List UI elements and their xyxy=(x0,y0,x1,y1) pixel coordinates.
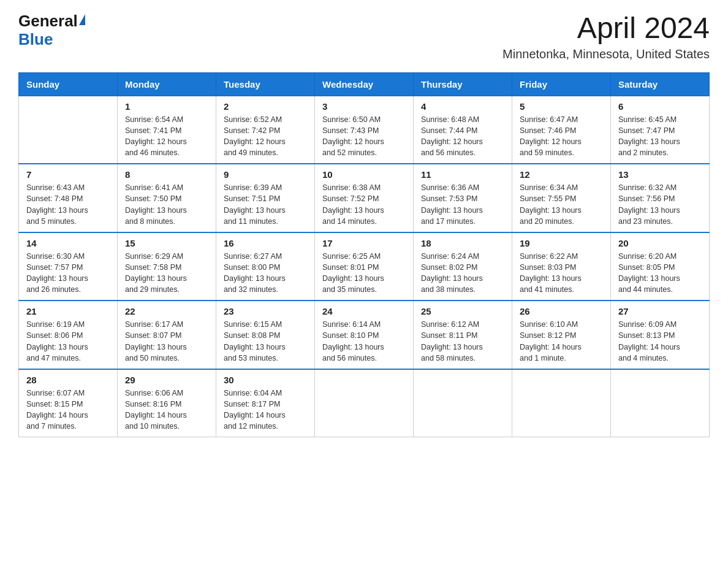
day-number: 16 xyxy=(224,238,307,248)
logo-sub: Blue xyxy=(18,30,53,49)
calendar-cell: 24Sunrise: 6:14 AM Sunset: 8:10 PM Dayli… xyxy=(315,301,414,369)
day-number: 27 xyxy=(618,306,702,316)
calendar-week-row: 14Sunrise: 6:30 AM Sunset: 7:57 PM Dayli… xyxy=(19,232,710,301)
day-number: 25 xyxy=(421,306,504,316)
calendar-cell: 13Sunrise: 6:32 AM Sunset: 7:56 PM Dayli… xyxy=(611,164,710,232)
calendar-cell: 22Sunrise: 6:17 AM Sunset: 8:07 PM Dayli… xyxy=(118,301,216,369)
calendar-cell: 20Sunrise: 6:20 AM Sunset: 8:05 PM Dayli… xyxy=(611,232,710,301)
day-number: 23 xyxy=(224,306,307,316)
day-info: Sunrise: 6:04 AM Sunset: 8:17 PM Dayligh… xyxy=(224,388,307,432)
calendar-cell xyxy=(19,96,118,164)
day-number: 8 xyxy=(125,169,208,180)
day-info: Sunrise: 6:29 AM Sunset: 7:58 PM Dayligh… xyxy=(125,251,208,296)
calendar-cell: 18Sunrise: 6:24 AM Sunset: 8:02 PM Dayli… xyxy=(414,232,512,301)
day-info: Sunrise: 6:41 AM Sunset: 7:50 PM Dayligh… xyxy=(125,182,208,227)
calendar-week-row: 21Sunrise: 6:19 AM Sunset: 8:06 PM Dayli… xyxy=(19,301,710,369)
day-number: 6 xyxy=(618,101,702,112)
calendar-cell xyxy=(315,369,414,437)
day-number: 14 xyxy=(26,238,110,248)
calendar-day-header: Wednesday xyxy=(315,72,414,96)
calendar-cell: 7Sunrise: 6:43 AM Sunset: 7:48 PM Daylig… xyxy=(19,164,118,232)
calendar-cell: 25Sunrise: 6:12 AM Sunset: 8:11 PM Dayli… xyxy=(414,301,512,369)
calendar-day-header: Friday xyxy=(512,72,611,96)
calendar-header-row: SundayMondayTuesdayWednesdayThursdayFrid… xyxy=(19,72,710,96)
day-info: Sunrise: 6:14 AM Sunset: 8:10 PM Dayligh… xyxy=(322,319,406,364)
day-info: Sunrise: 6:22 AM Sunset: 8:03 PM Dayligh… xyxy=(520,251,603,296)
calendar-table: SundayMondayTuesdayWednesdayThursdayFrid… xyxy=(18,72,710,438)
day-number: 17 xyxy=(322,238,406,248)
day-info: Sunrise: 6:19 AM Sunset: 8:06 PM Dayligh… xyxy=(26,319,110,364)
calendar-cell: 1Sunrise: 6:54 AM Sunset: 7:41 PM Daylig… xyxy=(118,96,216,164)
calendar-cell: 29Sunrise: 6:06 AM Sunset: 8:16 PM Dayli… xyxy=(118,369,216,437)
day-info: Sunrise: 6:12 AM Sunset: 8:11 PM Dayligh… xyxy=(421,319,504,364)
calendar-cell: 26Sunrise: 6:10 AM Sunset: 8:12 PM Dayli… xyxy=(512,301,611,369)
calendar-cell: 27Sunrise: 6:09 AM Sunset: 8:13 PM Dayli… xyxy=(611,301,710,369)
day-number: 12 xyxy=(520,169,603,180)
day-info: Sunrise: 6:20 AM Sunset: 8:05 PM Dayligh… xyxy=(618,251,702,296)
day-info: Sunrise: 6:30 AM Sunset: 7:57 PM Dayligh… xyxy=(26,251,110,296)
day-info: Sunrise: 6:34 AM Sunset: 7:55 PM Dayligh… xyxy=(520,182,603,227)
day-info: Sunrise: 6:06 AM Sunset: 8:16 PM Dayligh… xyxy=(125,388,208,432)
calendar-cell: 28Sunrise: 6:07 AM Sunset: 8:15 PM Dayli… xyxy=(19,369,118,437)
title-block: April 2024 Minnetonka, Minnesota, United… xyxy=(502,12,710,61)
calendar-cell: 19Sunrise: 6:22 AM Sunset: 8:03 PM Dayli… xyxy=(512,232,611,301)
calendar-title: April 2024 xyxy=(502,12,710,45)
calendar-day-header: Sunday xyxy=(19,72,118,96)
day-number: 30 xyxy=(224,375,307,385)
calendar-cell: 6Sunrise: 6:45 AM Sunset: 7:47 PM Daylig… xyxy=(611,96,710,164)
calendar-cell xyxy=(414,369,512,437)
calendar-cell: 16Sunrise: 6:27 AM Sunset: 8:00 PM Dayli… xyxy=(216,232,315,301)
calendar-cell: 9Sunrise: 6:39 AM Sunset: 7:51 PM Daylig… xyxy=(216,164,315,232)
day-info: Sunrise: 6:15 AM Sunset: 8:08 PM Dayligh… xyxy=(224,319,307,364)
calendar-day-header: Monday xyxy=(118,72,216,96)
day-info: Sunrise: 6:25 AM Sunset: 8:01 PM Dayligh… xyxy=(322,251,406,296)
calendar-cell: 21Sunrise: 6:19 AM Sunset: 8:06 PM Dayli… xyxy=(19,301,118,369)
day-number: 13 xyxy=(618,169,702,180)
day-number: 21 xyxy=(26,306,110,316)
day-info: Sunrise: 6:32 AM Sunset: 7:56 PM Dayligh… xyxy=(618,182,702,227)
day-info: Sunrise: 6:39 AM Sunset: 7:51 PM Dayligh… xyxy=(224,182,307,227)
page-header: General Blue April 2024 Minnetonka, Minn… xyxy=(18,12,710,61)
calendar-cell: 14Sunrise: 6:30 AM Sunset: 7:57 PM Dayli… xyxy=(19,232,118,301)
day-info: Sunrise: 6:54 AM Sunset: 7:41 PM Dayligh… xyxy=(125,114,208,159)
day-number: 11 xyxy=(421,169,504,180)
calendar-cell: 17Sunrise: 6:25 AM Sunset: 8:01 PM Dayli… xyxy=(315,232,414,301)
day-number: 4 xyxy=(421,101,504,112)
logo: General Blue xyxy=(18,12,85,49)
logo-text: General xyxy=(18,12,85,30)
day-info: Sunrise: 6:27 AM Sunset: 8:00 PM Dayligh… xyxy=(224,251,307,296)
calendar-cell xyxy=(611,369,710,437)
calendar-week-row: 28Sunrise: 6:07 AM Sunset: 8:15 PM Dayli… xyxy=(19,369,710,437)
day-number: 19 xyxy=(520,238,603,248)
day-info: Sunrise: 6:50 AM Sunset: 7:43 PM Dayligh… xyxy=(322,114,406,159)
day-number: 5 xyxy=(520,101,603,112)
day-number: 20 xyxy=(618,238,702,248)
calendar-week-row: 7Sunrise: 6:43 AM Sunset: 7:48 PM Daylig… xyxy=(19,164,710,232)
day-number: 18 xyxy=(421,238,504,248)
day-info: Sunrise: 6:36 AM Sunset: 7:53 PM Dayligh… xyxy=(421,182,504,227)
calendar-cell: 11Sunrise: 6:36 AM Sunset: 7:53 PM Dayli… xyxy=(414,164,512,232)
day-info: Sunrise: 6:47 AM Sunset: 7:46 PM Dayligh… xyxy=(520,114,603,159)
day-number: 1 xyxy=(125,101,208,112)
day-number: 28 xyxy=(26,375,110,385)
logo-triangle-icon xyxy=(79,14,85,25)
calendar-cell: 10Sunrise: 6:38 AM Sunset: 7:52 PM Dayli… xyxy=(315,164,414,232)
calendar-cell: 2Sunrise: 6:52 AM Sunset: 7:42 PM Daylig… xyxy=(216,96,315,164)
calendar-week-row: 1Sunrise: 6:54 AM Sunset: 7:41 PM Daylig… xyxy=(19,96,710,164)
day-number: 15 xyxy=(125,238,208,248)
day-number: 29 xyxy=(125,375,208,385)
calendar-cell: 30Sunrise: 6:04 AM Sunset: 8:17 PM Dayli… xyxy=(216,369,315,437)
calendar-cell: 23Sunrise: 6:15 AM Sunset: 8:08 PM Dayli… xyxy=(216,301,315,369)
day-info: Sunrise: 6:07 AM Sunset: 8:15 PM Dayligh… xyxy=(26,388,110,432)
day-info: Sunrise: 6:09 AM Sunset: 8:13 PM Dayligh… xyxy=(618,319,702,364)
day-info: Sunrise: 6:38 AM Sunset: 7:52 PM Dayligh… xyxy=(322,182,406,227)
calendar-cell: 8Sunrise: 6:41 AM Sunset: 7:50 PM Daylig… xyxy=(118,164,216,232)
day-info: Sunrise: 6:24 AM Sunset: 8:02 PM Dayligh… xyxy=(421,251,504,296)
calendar-cell: 5Sunrise: 6:47 AM Sunset: 7:46 PM Daylig… xyxy=(512,96,611,164)
calendar-cell: 3Sunrise: 6:50 AM Sunset: 7:43 PM Daylig… xyxy=(315,96,414,164)
logo-general: General xyxy=(18,12,78,30)
day-info: Sunrise: 6:10 AM Sunset: 8:12 PM Dayligh… xyxy=(520,319,603,364)
day-number: 2 xyxy=(224,101,307,112)
day-number: 9 xyxy=(224,169,307,180)
day-number: 26 xyxy=(520,306,603,316)
